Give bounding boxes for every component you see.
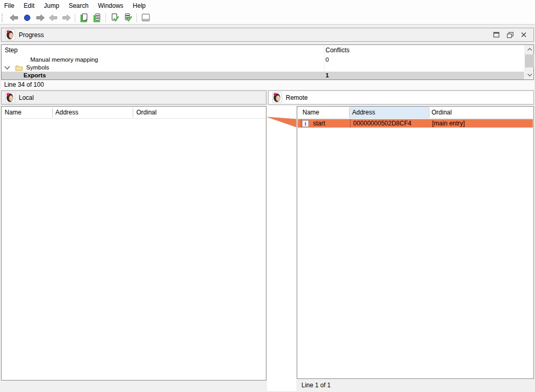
match-triangle xyxy=(267,106,296,391)
menu-search[interactable]: Search xyxy=(64,1,93,11)
column-header-address[interactable]: Address xyxy=(55,109,78,116)
progress-titlebar: Progress xyxy=(1,28,534,42)
toolbar xyxy=(0,11,535,25)
menu-help[interactable]: Help xyxy=(128,1,150,11)
info-icon: i xyxy=(302,120,309,127)
cell-divider xyxy=(350,119,351,128)
scroll-up-button[interactable] xyxy=(525,45,534,54)
progress-status-line: Line 34 of 100 xyxy=(1,80,534,89)
blue-circle-icon xyxy=(22,13,32,23)
menu-bar: File Edit Jump Search Windows Help xyxy=(0,0,535,11)
match-strip xyxy=(267,106,296,391)
menu-file[interactable]: File xyxy=(4,1,19,11)
nav-forward-alt-button[interactable] xyxy=(60,12,73,24)
column-header-name[interactable]: Name xyxy=(5,109,21,116)
arrow-right-icon xyxy=(35,13,45,23)
address-cell: 00000000502D8CF4 xyxy=(353,120,411,127)
chevron-down-icon xyxy=(527,73,532,77)
progress-window-buttons xyxy=(490,30,530,40)
toolbar-separator xyxy=(106,13,106,22)
remote-status-line: Line 1 of 1 xyxy=(301,382,331,389)
row-grip xyxy=(298,119,301,128)
file-stack-check-button[interactable] xyxy=(121,12,134,24)
progress-table-header: Step Conflicts xyxy=(2,45,524,55)
arrow-right-icon xyxy=(61,13,72,23)
local-table[interactable]: Name Address Ordinal xyxy=(1,106,266,381)
scroll-down-button[interactable] xyxy=(525,71,534,79)
float-button[interactable] xyxy=(503,30,517,40)
diaphora-icon xyxy=(272,92,282,103)
conflicts-cell: 0 xyxy=(325,56,329,64)
menu-windows[interactable]: Windows xyxy=(93,1,128,11)
remote-titlebar: Remote xyxy=(268,90,534,105)
chevron-up-icon xyxy=(527,48,532,51)
column-header-ordinal[interactable]: Ordinal xyxy=(432,109,452,116)
diaphora-icon xyxy=(5,92,15,103)
step-cell: Symbols xyxy=(26,64,49,72)
vertical-scrollbar[interactable] xyxy=(525,45,533,79)
column-divider[interactable] xyxy=(133,108,133,118)
file-page-check-button[interactable] xyxy=(108,12,121,24)
local-titlebar: Local xyxy=(1,90,266,105)
table-row-symbols[interactable]: Symbols xyxy=(2,64,524,72)
window-icon xyxy=(141,13,151,23)
column-divider[interactable] xyxy=(52,108,53,118)
table-row-start-match[interactable]: i start 00000000502D8CF4 [main entry] xyxy=(298,119,533,128)
column-divider[interactable] xyxy=(429,108,429,118)
maximize-icon xyxy=(493,32,499,38)
window-view-button[interactable] xyxy=(139,12,152,24)
local-table-header: Name Address Ordinal xyxy=(2,107,266,119)
file-page-button[interactable] xyxy=(77,12,90,24)
nav-forward-button[interactable] xyxy=(33,12,46,24)
column-header-address[interactable]: Address xyxy=(352,109,375,116)
restore-icon xyxy=(507,32,514,38)
folder-icon xyxy=(15,64,23,71)
arrow-left-icon xyxy=(48,13,59,23)
step-cell: Manual memory mapping xyxy=(30,56,98,64)
step-cell: Exports xyxy=(24,72,46,79)
table-row-manual-memory-mapping[interactable]: Manual memory mapping 0 xyxy=(2,56,524,64)
column-divider[interactable] xyxy=(349,108,350,118)
file-stack-button[interactable] xyxy=(90,12,103,24)
remote-table-header: Name Address Ordinal xyxy=(297,107,533,119)
local-pane-title: Local xyxy=(19,94,34,101)
remote-pane-title: Remote xyxy=(286,94,308,101)
chevron-down-icon[interactable] xyxy=(4,65,10,70)
document-green-icon xyxy=(79,13,89,23)
name-cell: start xyxy=(313,120,325,127)
maximize-button[interactable] xyxy=(490,30,503,40)
column-header-name[interactable]: Name xyxy=(303,109,319,116)
nav-current-position-button[interactable] xyxy=(20,12,33,24)
conflicts-cell: 1 xyxy=(325,72,329,79)
menu-jump[interactable]: Jump xyxy=(39,1,64,11)
remote-table[interactable]: Name Address Ordinal i start 00000000502… xyxy=(297,106,534,379)
scrollbar-thumb[interactable] xyxy=(525,54,534,67)
toolbar-separator xyxy=(136,13,137,22)
ordinal-cell: [main entry] xyxy=(432,120,465,127)
toolbar-drag-handle[interactable] xyxy=(2,14,4,22)
progress-title: Progress xyxy=(19,31,44,39)
progress-table: Step Conflicts Manual memory mapping 0 S… xyxy=(1,44,534,80)
stack-check-icon xyxy=(123,13,133,23)
menu-edit[interactable]: Edit xyxy=(19,1,39,11)
nav-back-button[interactable] xyxy=(7,12,20,24)
column-header-step[interactable]: Step xyxy=(5,47,18,54)
toolbar-separator xyxy=(75,13,75,22)
arrow-left-icon xyxy=(9,13,19,23)
table-row-exports-selected[interactable]: Exports 1 xyxy=(2,72,524,79)
close-icon xyxy=(521,32,527,38)
column-header-conflicts[interactable]: Conflicts xyxy=(325,47,350,54)
nav-back-alt-button[interactable] xyxy=(46,12,60,24)
diaphora-icon xyxy=(5,29,15,40)
stack-green-icon xyxy=(92,13,102,23)
document-check-icon xyxy=(110,13,120,23)
close-button[interactable] xyxy=(517,30,530,40)
column-header-ordinal[interactable]: Ordinal xyxy=(136,109,157,116)
